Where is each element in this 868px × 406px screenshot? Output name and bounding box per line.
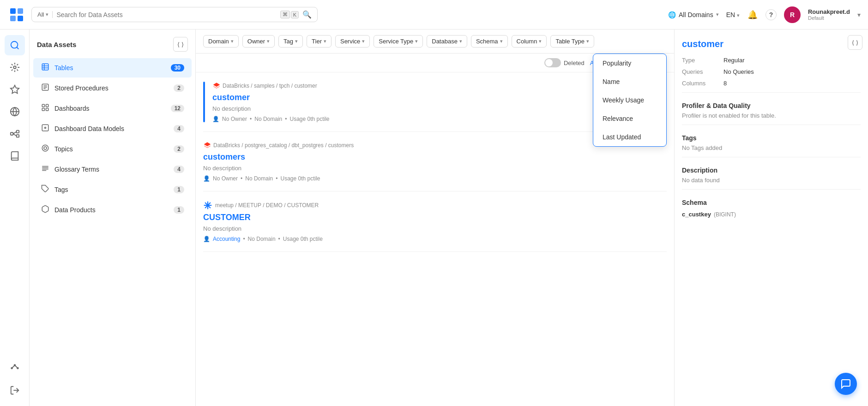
svg-point-33 (45, 127, 46, 129)
sidebar-nav-domain[interactable] (5, 102, 25, 122)
svg-marker-7 (10, 85, 18, 93)
sidebar-item-glossary-terms[interactable]: Glossary Terms 4 (33, 160, 192, 179)
filter-service-type[interactable]: Service Type ▾ (374, 35, 423, 48)
search-filter-dropdown[interactable]: All ▾ (37, 11, 53, 18)
dashboard-data-models-count: 4 (174, 125, 184, 132)
meetup-icon (203, 201, 212, 210)
sidebar-item-data-products[interactable]: Data Products 1 (33, 200, 192, 220)
app-logo (7, 6, 26, 24)
result-title-customers[interactable]: customers (203, 152, 667, 162)
sidebar-item-topics[interactable]: Topics 2 (33, 139, 192, 159)
preview-schema-section: Schema c_custkey (BIGINT) (682, 199, 861, 220)
sidebar-nav-settings[interactable] (5, 358, 25, 378)
result-meta: 👤 Accounting • No Domain • Usage 0th pct… (203, 236, 667, 242)
owner-value: No Owner (222, 116, 247, 122)
preview-type-label: Type (682, 57, 723, 64)
sidebar-nav-logout[interactable] (5, 380, 25, 400)
search-input[interactable] (56, 11, 276, 18)
databricks-icon (212, 82, 221, 90)
sort-option-weekly-usage[interactable]: Weekly Usage (593, 91, 666, 109)
language-selector[interactable]: EN ▾ (726, 11, 740, 18)
search-filter-chevron: ▾ (46, 12, 48, 18)
usage-value: Usage 0th pctile (283, 236, 323, 242)
preview-title: customer (682, 39, 861, 49)
filter-database[interactable]: Database ▾ (427, 35, 467, 48)
preview-columns-row: Columns 8 (682, 80, 861, 87)
filter-tier[interactable]: Tier ▾ (307, 35, 332, 48)
sidebar-item-stored-procedures[interactable]: Stored Procedures 2 (33, 78, 192, 98)
owner-value: No Owner (213, 175, 238, 182)
deleted-toggle-switch[interactable] (544, 58, 561, 67)
glossary-terms-count: 4 (174, 166, 184, 173)
sidebar-nav-quality[interactable] (5, 79, 25, 100)
notifications-bell[interactable]: 🔔 (747, 9, 758, 20)
top-nav: All ▾ ⌘ K 🔍 🌐 All Domains ▾ EN ▾ 🔔 ? R R… (0, 0, 868, 30)
sidebar-nav-govern[interactable] (5, 57, 25, 78)
filter-owner[interactable]: Owner ▾ (242, 35, 275, 48)
assets-panel: Data Assets ⟨ ⟩ Tables 30 (30, 30, 196, 406)
user-info: Rounakpreet.d Default (808, 8, 850, 21)
chat-button[interactable] (835, 373, 857, 395)
sidebar-nav-lineage[interactable] (5, 124, 25, 144)
filter-table-type[interactable]: Table Type ▾ (550, 35, 594, 48)
assets-panel-collapse-button[interactable]: ⟨ ⟩ (173, 37, 188, 52)
databricks-icon (203, 141, 211, 149)
tags-label: Tags (54, 186, 169, 193)
preview-collapse-button[interactable]: ⟨ ⟩ (848, 35, 862, 50)
preview-panel: ⟨ ⟩ customer Type Regular Queries No Que… (674, 30, 868, 406)
icon-sidebar (0, 30, 30, 406)
user-menu-chevron[interactable]: ▾ (857, 11, 861, 18)
result-description: No description (203, 165, 667, 172)
sidebar-item-dashboard-data-models[interactable]: Dashboard Data Models 4 (33, 119, 192, 138)
deleted-toggle[interactable]: Deleted (544, 58, 585, 67)
svg-line-14 (13, 134, 16, 136)
result-breadcrumb: meetup / MEETUP / DEMO / CUSTOMER (203, 201, 667, 210)
breadcrumb-text: DataBricks / postgres_catalog / dbt_post… (213, 142, 354, 149)
filter-domain[interactable]: Domain ▾ (203, 35, 239, 48)
sidebar-item-tables[interactable]: Tables 30 (33, 58, 192, 78)
sidebar-nav-knowledge[interactable] (5, 146, 25, 166)
results-area: Domain ▾ Owner ▾ Tag ▾ Tier ▾ Service ▾ … (196, 30, 674, 406)
sort-option-name[interactable]: Name (593, 72, 666, 91)
sort-option-popularity[interactable]: Popularity (593, 54, 666, 72)
lang-chevron-icon: ▾ (737, 12, 740, 18)
preview-tags-title: Tags (682, 134, 861, 142)
result-content: meetup / MEETUP / DEMO / CUSTOMER CUSTOM… (203, 201, 667, 242)
result-title-customer-meetup[interactable]: CUSTOMER (203, 213, 667, 222)
sort-option-relevance[interactable]: Relevance (593, 109, 666, 128)
search-bar[interactable]: All ▾ ⌘ K 🔍 (31, 7, 318, 22)
filter-tag[interactable]: Tag ▾ (278, 35, 303, 48)
result-content: DataBricks / postgres_catalog / dbt_post… (203, 141, 667, 182)
filter-schema[interactable]: Schema ▾ (471, 35, 508, 48)
svg-rect-1 (18, 8, 23, 14)
dashboards-label: Dashboards (54, 105, 166, 112)
table-row: meetup / MEETUP / DEMO / CUSTOMER CUSTOM… (203, 191, 667, 252)
preview-tags-section: Tags No Tags added (682, 134, 861, 151)
help-icon[interactable]: ? (766, 9, 777, 20)
owner-link-accounting[interactable]: Accounting (213, 236, 240, 242)
tags-count: 1 (174, 186, 184, 193)
svg-rect-34 (42, 125, 48, 131)
tables-label: Tables (54, 64, 166, 72)
domain-value: No Domain (254, 116, 282, 122)
user-avatar[interactable]: R (784, 6, 801, 23)
domain-value: No Domain (245, 175, 273, 182)
sort-option-last-updated[interactable]: Last Updated (593, 128, 666, 146)
dashboards-count: 12 (171, 105, 184, 112)
tables-icon (41, 63, 50, 73)
sidebar-item-dashboards[interactable]: Dashboards 12 (33, 99, 192, 118)
search-keyboard-shortcut: ⌘ K (280, 11, 299, 18)
sidebar-nav-explore[interactable] (5, 35, 25, 55)
filter-bar: Domain ▾ Owner ▾ Tag ▾ Tier ▾ Service ▾ … (196, 30, 674, 54)
svg-line-18 (12, 365, 14, 368)
assets-header: Data Assets ⟨ ⟩ (30, 30, 195, 55)
search-filter-label: All (37, 11, 44, 18)
filter-service[interactable]: Service ▾ (335, 35, 370, 48)
preview-queries-label: Queries (682, 68, 723, 75)
domain-selector[interactable]: 🌐 All Domains ▾ (668, 11, 719, 18)
svg-rect-3 (18, 16, 23, 21)
svg-rect-32 (46, 108, 48, 111)
filter-column[interactable]: Column ▾ (512, 35, 547, 48)
sidebar-item-tags[interactable]: Tags 1 (33, 180, 192, 199)
tables-count: 30 (171, 64, 184, 72)
